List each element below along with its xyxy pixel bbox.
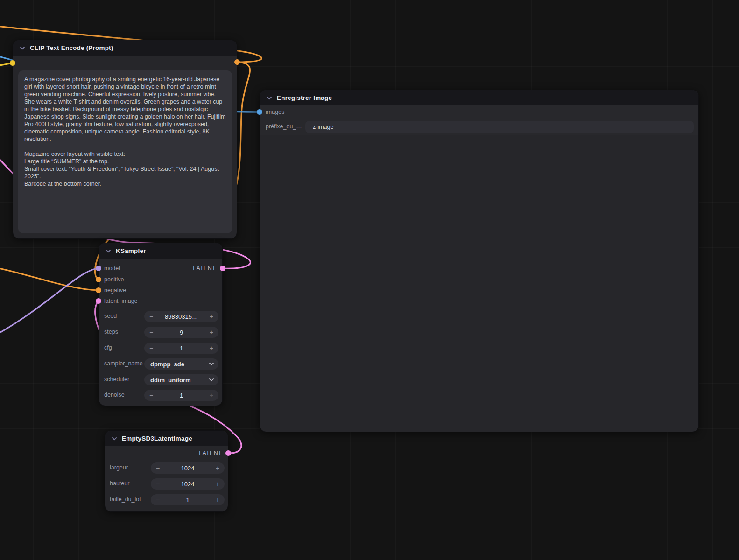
node-title: EmptySD3LatentImage	[122, 435, 192, 442]
largeur-widget[interactable]: − 1024 +	[151, 462, 225, 474]
hauteur-widget[interactable]: − 1024 +	[151, 478, 225, 490]
sampler-name-value[interactable]: dpmpp_sde	[144, 361, 204, 368]
widget-label-taille-du-lot: taille_du_lot	[110, 496, 141, 503]
node-save-image[interactable]: Enregistrer Image images préfixe_du_…	[260, 90, 699, 432]
seed-widget[interactable]: − 89830315… +	[144, 311, 218, 322]
hauteur-value[interactable]: 1024	[165, 481, 211, 488]
chevron-down-icon[interactable]	[204, 361, 218, 367]
largeur-value[interactable]: 1024	[165, 465, 211, 472]
taille-du-lot-value[interactable]: 1	[165, 497, 211, 504]
output-slot-label-latent: LATENT	[199, 450, 222, 456]
node-title: Enregistrer Image	[277, 94, 332, 101]
steps-value[interactable]: 9	[158, 329, 204, 336]
cfg-value[interactable]: 1	[158, 345, 204, 352]
increment-icon[interactable]: +	[204, 327, 218, 338]
wire-offscreen-clip	[0, 63, 13, 66]
decrement-icon[interactable]: −	[144, 343, 158, 354]
input-slot-label-model: model	[104, 265, 120, 272]
widget-label-hauteur: hauteur	[110, 480, 129, 487]
steps-widget[interactable]: − 9 +	[144, 327, 218, 338]
wire-offscreen-negative	[0, 268, 99, 290]
denoise-value[interactable]: 1	[158, 392, 204, 399]
cfg-widget[interactable]: − 1 +	[144, 343, 218, 354]
widget-label-denoise: denoise	[104, 392, 125, 398]
node-empty-latent-header[interactable]: EmptySD3LatentImage	[105, 431, 228, 446]
increment-icon[interactable]: +	[204, 390, 218, 401]
node-title: CLIP Text Encode (Prompt)	[30, 44, 113, 51]
node-empty-sd3-latent-image[interactable]: EmptySD3LatentImage LATENT largeur − 102…	[105, 430, 228, 512]
decrement-icon[interactable]: −	[144, 311, 158, 322]
increment-icon[interactable]: +	[211, 494, 225, 505]
scheduler-combo[interactable]: ddim_uniform	[144, 374, 218, 385]
collapse-chevron-icon[interactable]	[19, 44, 26, 52]
widget-label-steps: steps	[104, 329, 118, 335]
scheduler-value[interactable]: ddim_uniform	[144, 377, 204, 384]
widget-label-cfg: cfg	[104, 344, 112, 351]
taille-du-lot-widget[interactable]: − 1 +	[151, 494, 225, 505]
decrement-icon[interactable]: −	[144, 327, 158, 338]
collapse-chevron-icon[interactable]	[111, 435, 118, 442]
node-ksampler-header[interactable]: KSampler	[99, 243, 222, 259]
node-save-image-header[interactable]: Enregistrer Image	[260, 90, 698, 105]
increment-icon[interactable]: +	[211, 462, 225, 474]
wire-offscreen-model	[0, 268, 99, 334]
collapse-chevron-icon[interactable]	[105, 247, 112, 255]
filename-prefix-input[interactable]	[305, 121, 694, 133]
node-ksampler[interactable]: KSampler model positive negative latent_…	[99, 243, 223, 406]
node-title: KSampler	[116, 247, 146, 254]
input-slot-label-images: images	[266, 109, 284, 115]
decrement-icon[interactable]: −	[151, 462, 165, 474]
input-slot-label-positive: positive	[104, 276, 124, 283]
seed-value[interactable]: 89830315…	[158, 313, 204, 320]
increment-icon[interactable]: +	[204, 343, 218, 354]
decrement-icon[interactable]: −	[144, 390, 158, 401]
node-clip-text-encode-header[interactable]: CLIP Text Encode (Prompt)	[13, 40, 237, 56]
chevron-down-icon[interactable]	[204, 377, 218, 383]
widget-label-sampler-name: sampler_name	[104, 360, 143, 367]
widget-label-scheduler: scheduler	[104, 376, 129, 383]
node-graph-canvas[interactable]: CLIP Text Encode (Prompt) clip CONDITION…	[0, 0, 739, 560]
collapse-chevron-icon[interactable]	[266, 94, 273, 102]
decrement-icon[interactable]: −	[151, 494, 165, 505]
input-slot-label-latent-image: latent_image	[104, 298, 138, 304]
increment-icon[interactable]: +	[204, 311, 218, 322]
prompt-textarea[interactable]: A magazine cover photography of a smilin…	[18, 70, 232, 233]
decrement-icon[interactable]: −	[151, 478, 165, 490]
input-slot-label-negative: negative	[104, 287, 126, 294]
denoise-widget[interactable]: − 1 +	[144, 390, 218, 401]
widget-label-prefixe: préfixe_du_…	[266, 123, 302, 130]
increment-icon[interactable]: +	[211, 478, 225, 490]
output-slot-label-latent: LATENT	[193, 265, 216, 272]
sampler-name-combo[interactable]: dpmpp_sde	[144, 358, 218, 370]
node-clip-text-encode[interactable]: CLIP Text Encode (Prompt) clip CONDITION…	[13, 40, 237, 239]
widget-label-seed: seed	[104, 313, 117, 319]
widget-label-largeur: largeur	[110, 464, 128, 471]
